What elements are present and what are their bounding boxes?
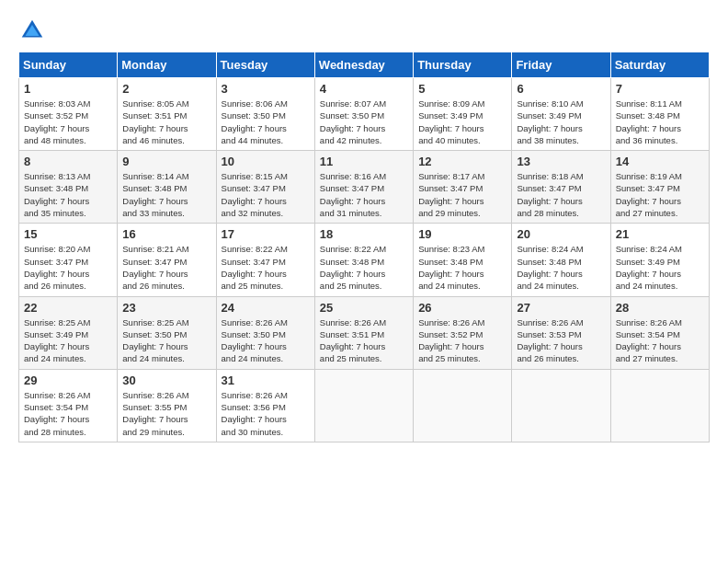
day-number: 27 [517,301,605,315]
day-number: 28 [616,301,704,315]
calendar-week-2: 8Sunrise: 8:13 AM Sunset: 3:48 PM Daylig… [19,151,710,224]
calendar-header-thursday: Thursday [414,52,512,78]
calendar-cell: 18Sunrise: 8:22 AM Sunset: 3:48 PM Dayli… [314,224,413,296]
calendar-cell: 9Sunrise: 8:14 AM Sunset: 3:48 PM Daylig… [118,151,216,224]
calendar-cell: 30Sunrise: 8:26 AM Sunset: 3:55 PM Dayli… [118,369,216,442]
day-number: 1 [24,82,112,96]
calendar-cell: 11Sunrise: 8:16 AM Sunset: 3:47 PM Dayli… [314,151,413,224]
day-info: Sunrise: 8:17 AM Sunset: 3:47 PM Dayligh… [418,170,506,219]
calendar-cell: 28Sunrise: 8:26 AM Sunset: 3:54 PM Dayli… [610,296,709,369]
calendar-week-5: 29Sunrise: 8:26 AM Sunset: 3:54 PM Dayli… [19,369,710,442]
day-number: 2 [122,82,210,96]
day-number: 14 [616,155,704,168]
day-info: Sunrise: 8:26 AM Sunset: 3:54 PM Dayligh… [24,389,112,438]
day-info: Sunrise: 8:07 AM Sunset: 3:50 PM Dayligh… [320,98,408,146]
day-info: Sunrise: 8:22 AM Sunset: 3:48 PM Dayligh… [320,243,408,292]
calendar-cell: 10Sunrise: 8:15 AM Sunset: 3:47 PM Dayli… [216,151,314,224]
day-number: 3 [222,82,310,96]
calendar-header-monday: Monday [118,52,216,78]
day-number: 20 [517,227,605,241]
day-number: 8 [24,155,112,168]
day-number: 9 [122,155,210,168]
day-info: Sunrise: 8:24 AM Sunset: 3:49 PM Dayligh… [616,243,704,292]
day-info: Sunrise: 8:26 AM Sunset: 3:50 PM Dayligh… [222,316,310,365]
day-info: Sunrise: 8:26 AM Sunset: 3:53 PM Dayligh… [517,316,605,365]
day-info: Sunrise: 8:26 AM Sunset: 3:54 PM Dayligh… [616,316,704,365]
page: SundayMondayTuesdayWednesdayThursdayFrid… [0,0,728,452]
calendar-cell: 4Sunrise: 8:07 AM Sunset: 3:50 PM Daylig… [314,78,413,151]
day-number: 26 [418,301,506,315]
calendar-cell: 5Sunrise: 8:09 AM Sunset: 3:49 PM Daylig… [414,78,512,151]
day-number: 13 [517,155,605,168]
calendar-cell: 8Sunrise: 8:13 AM Sunset: 3:48 PM Daylig… [19,151,118,224]
day-number: 21 [616,227,704,241]
logo [18,17,50,44]
day-info: Sunrise: 8:26 AM Sunset: 3:52 PM Dayligh… [418,316,506,365]
day-number: 12 [418,155,506,168]
day-number: 23 [122,301,210,315]
calendar-cell: 26Sunrise: 8:26 AM Sunset: 3:52 PM Dayli… [414,296,512,369]
day-info: Sunrise: 8:19 AM Sunset: 3:47 PM Dayligh… [616,170,704,219]
day-number: 6 [517,82,605,96]
day-info: Sunrise: 8:09 AM Sunset: 3:49 PM Dayligh… [418,98,506,146]
day-info: Sunrise: 8:20 AM Sunset: 3:47 PM Dayligh… [24,243,112,292]
day-number: 19 [418,227,506,241]
day-info: Sunrise: 8:16 AM Sunset: 3:47 PM Dayligh… [320,170,408,219]
day-info: Sunrise: 8:06 AM Sunset: 3:50 PM Dayligh… [222,98,310,146]
calendar-cell: 2Sunrise: 8:05 AM Sunset: 3:51 PM Daylig… [118,78,216,151]
day-info: Sunrise: 8:18 AM Sunset: 3:47 PM Dayligh… [517,170,605,219]
day-number: 11 [320,155,408,168]
calendar-cell: 16Sunrise: 8:21 AM Sunset: 3:47 PM Dayli… [118,224,216,296]
calendar-header-sunday: Sunday [19,52,118,78]
day-number: 4 [320,82,408,96]
day-number: 16 [122,227,210,241]
day-info: Sunrise: 8:10 AM Sunset: 3:49 PM Dayligh… [517,98,605,146]
calendar-cell: 19Sunrise: 8:23 AM Sunset: 3:48 PM Dayli… [414,224,512,296]
calendar-cell: 27Sunrise: 8:26 AM Sunset: 3:53 PM Dayli… [512,296,610,369]
day-info: Sunrise: 8:05 AM Sunset: 3:51 PM Dayligh… [122,98,210,146]
day-number: 30 [122,373,210,387]
calendar-cell: 31Sunrise: 8:26 AM Sunset: 3:56 PM Dayli… [216,369,314,442]
calendar-cell: 6Sunrise: 8:10 AM Sunset: 3:49 PM Daylig… [512,78,610,151]
day-info: Sunrise: 8:22 AM Sunset: 3:47 PM Dayligh… [222,243,310,292]
day-number: 17 [222,227,310,241]
day-number: 10 [222,155,310,168]
day-number: 18 [320,227,408,241]
calendar-header-friday: Friday [512,52,610,78]
day-info: Sunrise: 8:26 AM Sunset: 3:56 PM Dayligh… [222,389,310,438]
calendar-cell: 7Sunrise: 8:11 AM Sunset: 3:48 PM Daylig… [610,78,709,151]
day-info: Sunrise: 8:24 AM Sunset: 3:48 PM Dayligh… [517,243,605,292]
day-number: 5 [418,82,506,96]
calendar-cell: 20Sunrise: 8:24 AM Sunset: 3:48 PM Dayli… [512,224,610,296]
day-number: 7 [616,82,704,96]
day-info: Sunrise: 8:11 AM Sunset: 3:48 PM Dayligh… [616,98,704,146]
day-info: Sunrise: 8:03 AM Sunset: 3:52 PM Dayligh… [24,98,112,146]
calendar-week-3: 15Sunrise: 8:20 AM Sunset: 3:47 PM Dayli… [19,224,710,296]
logo-icon [18,17,46,44]
day-info: Sunrise: 8:23 AM Sunset: 3:48 PM Dayligh… [418,243,506,292]
day-number: 22 [24,301,112,315]
day-number: 31 [222,373,310,387]
calendar-cell: 15Sunrise: 8:20 AM Sunset: 3:47 PM Dayli… [19,224,118,296]
calendar-cell: 12Sunrise: 8:17 AM Sunset: 3:47 PM Dayli… [414,151,512,224]
day-number: 15 [24,227,112,241]
header [18,17,710,44]
calendar: SundayMondayTuesdayWednesdayThursdayFrid… [18,52,710,442]
calendar-cell [314,369,413,442]
day-info: Sunrise: 8:26 AM Sunset: 3:55 PM Dayligh… [122,389,210,438]
calendar-cell: 29Sunrise: 8:26 AM Sunset: 3:54 PM Dayli… [19,369,118,442]
day-info: Sunrise: 8:25 AM Sunset: 3:50 PM Dayligh… [122,316,210,365]
day-number: 25 [320,301,408,315]
calendar-cell: 3Sunrise: 8:06 AM Sunset: 3:50 PM Daylig… [216,78,314,151]
calendar-cell: 25Sunrise: 8:26 AM Sunset: 3:51 PM Dayli… [314,296,413,369]
day-info: Sunrise: 8:14 AM Sunset: 3:48 PM Dayligh… [122,170,210,219]
calendar-header-saturday: Saturday [610,52,709,78]
calendar-cell: 1Sunrise: 8:03 AM Sunset: 3:52 PM Daylig… [19,78,118,151]
day-number: 29 [24,373,112,387]
calendar-cell: 14Sunrise: 8:19 AM Sunset: 3:47 PM Dayli… [610,151,709,224]
calendar-header-tuesday: Tuesday [216,52,314,78]
day-number: 24 [222,301,310,315]
calendar-week-4: 22Sunrise: 8:25 AM Sunset: 3:49 PM Dayli… [19,296,710,369]
calendar-cell: 13Sunrise: 8:18 AM Sunset: 3:47 PM Dayli… [512,151,610,224]
calendar-cell: 24Sunrise: 8:26 AM Sunset: 3:50 PM Dayli… [216,296,314,369]
